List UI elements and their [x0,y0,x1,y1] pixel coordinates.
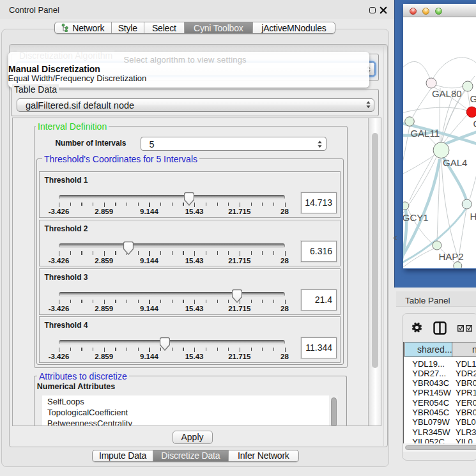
svg-text:GAL4: GAL4 [443,157,467,168]
svg-text:GCY1: GCY1 [403,212,429,223]
svg-text:C: C [473,118,476,129]
svg-text:GAL80: GAL80 [432,88,462,99]
svg-text:GA: GA [470,93,476,104]
svg-text:GAL11: GAL11 [411,128,440,139]
svg-text:H: H [470,211,476,222]
svg-text:HAP2: HAP2 [439,251,464,262]
